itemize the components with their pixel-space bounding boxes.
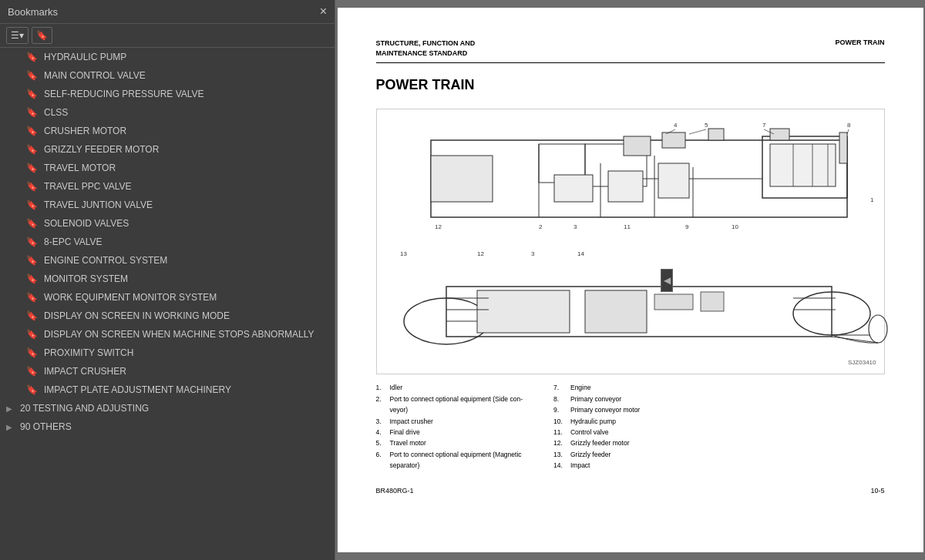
- diagram-reference: SJZ03410: [385, 359, 876, 366]
- bookmark-label: GRIZZLY FEEDER MOTOR: [44, 144, 159, 155]
- svg-rect-17: [658, 163, 689, 198]
- legend-text: Primary conveyor: [570, 394, 621, 404]
- bookmark-icon: 🔖: [26, 52, 38, 62]
- legend-num: 10.: [553, 416, 567, 427]
- svg-text:5: 5: [705, 122, 708, 129]
- legend-item: veyor): [376, 404, 523, 415]
- bookmark-icon: 🔖: [26, 144, 38, 155]
- svg-text:9: 9: [685, 223, 689, 230]
- bookmark-item-solenoid-valves[interactable]: 🔖SOLENOID VALVES: [0, 214, 335, 233]
- legend-item: 2.Port to connect optional equipment (Si…: [376, 394, 523, 404]
- bookmark-item-hydraulic-pump[interactable]: 🔖HYDRAULIC PUMP: [0, 48, 335, 66]
- legend-item: 14.Impact: [553, 460, 640, 471]
- doc-header: STRUCTURE, FUNCTION AND MAINTENANCE STAN…: [376, 39, 885, 63]
- legend-item: 8.Primary conveyor: [553, 394, 640, 404]
- bookmark-icon: 🔖: [26, 347, 38, 358]
- legend-num: [376, 404, 387, 415]
- legend-item: 3.Impact crusher: [376, 416, 523, 427]
- svg-rect-6: [662, 132, 685, 148]
- legend-num: 13.: [553, 449, 567, 460]
- legend-num: 8.: [553, 394, 567, 404]
- legend-text: Impact: [570, 460, 590, 471]
- bookmark-item-clss[interactable]: 🔖CLSS: [0, 103, 335, 122]
- bookmark-icon: 🔖: [26, 366, 38, 377]
- svg-text:8: 8: [847, 122, 851, 129]
- page-title: POWER TRAIN: [376, 77, 885, 93]
- bookmark-icon: 🔖: [26, 329, 38, 340]
- bookmark-icon: 🔖: [26, 89, 38, 99]
- bookmark-label: MAIN CONTROL VALVE: [44, 70, 146, 81]
- bookmark-label: IMPACT PLATE ADJUSTMENT MACHINERY: [44, 384, 231, 395]
- bookmark-icon: 🔖: [26, 255, 38, 266]
- close-button[interactable]: ×: [320, 5, 327, 18]
- bookmark-item-travel-ppc-valve[interactable]: 🔖TRAVEL PPC VALVE: [0, 177, 335, 196]
- bookmark-item-8-epc-valve[interactable]: 🔖8-EPC VALVE: [0, 233, 335, 251]
- bookmark-item-grizzly-feeder-motor[interactable]: 🔖GRIZZLY FEEDER MOTOR: [0, 140, 335, 159]
- legend-text: veyor): [390, 404, 409, 415]
- bookmark-icon: 🔖: [26, 70, 38, 81]
- bookmark-label: SOLENOID VALVES: [44, 218, 129, 229]
- legend-text: Hydraulic pump: [570, 416, 616, 427]
- legend-num: 2.: [376, 394, 387, 404]
- page-content: STRUCTURE, FUNCTION AND MAINTENANCE STAN…: [338, 8, 923, 552]
- bookmark-item-20-testing[interactable]: ▶20 TESTING AND ADJUSTING: [0, 399, 335, 417]
- svg-line-34: [689, 129, 706, 134]
- svg-rect-8: [770, 129, 789, 140]
- view-options-button[interactable]: ☰▾: [6, 27, 29, 44]
- bookmark-item-display-working-mode[interactable]: 🔖DISPLAY ON SCREEN IN WORKING MODE: [0, 307, 335, 325]
- legend-text: Impact crusher: [390, 416, 433, 427]
- bookmark-item-impact-plate[interactable]: 🔖IMPACT PLATE ADJUSTMENT MACHINERY: [0, 381, 335, 399]
- legend-num: 12.: [553, 438, 567, 448]
- bookmark-item-main-control-valve[interactable]: 🔖MAIN CONTROL VALVE: [0, 66, 335, 85]
- bookmark-item-monitor-system[interactable]: 🔖MONITOR SYSTEM: [0, 270, 335, 288]
- expand-arrow-icon: ▶: [6, 423, 14, 431]
- legend-item: separator): [376, 460, 523, 471]
- svg-text:10: 10: [732, 223, 738, 230]
- bookmark-view-button[interactable]: 🔖: [32, 27, 52, 44]
- svg-rect-9: [839, 132, 847, 163]
- svg-text:11: 11: [624, 223, 631, 230]
- legend-col-right: 7.Engine8.Primary conveyor9.Primary conv…: [553, 382, 640, 471]
- legend-text: Grizzly feeder motor: [570, 438, 630, 448]
- legend-text: Engine: [570, 382, 590, 393]
- footer-model: BR480RG-1: [376, 487, 414, 495]
- bookmark-item-90-others[interactable]: ▶90 OTHERS: [0, 417, 335, 436]
- diagram-svg: 4 5 7 8 12 2 3 11 9 10 1: [385, 117, 876, 356]
- expand-arrow-icon: ▶: [6, 404, 14, 413]
- svg-rect-44: [477, 290, 570, 333]
- bookmark-item-self-reducing[interactable]: 🔖SELF-REDUCING PRESSURE VALVE: [0, 85, 335, 103]
- legend-num: 4.: [376, 427, 387, 438]
- bookmark-item-engine-control-system[interactable]: 🔖ENGINE CONTROL SYSTEM: [0, 251, 335, 270]
- bookmark-label: IMPACT CRUSHER: [44, 366, 126, 377]
- legend-item: 9.Primary conveyor motor: [553, 404, 640, 415]
- bookmark-item-impact-crusher[interactable]: 🔖IMPACT CRUSHER: [0, 362, 335, 381]
- bookmark-item-crusher-motor[interactable]: 🔖CRUSHER MOTOR: [0, 122, 335, 140]
- legend-item: 11.Control valve: [553, 427, 640, 438]
- bookmark-label: TRAVEL JUNTION VALVE: [44, 200, 153, 210]
- bookmark-item-display-abnormally[interactable]: 🔖DISPLAY ON SCREEN WHEN MACHINE STOPS AB…: [0, 325, 335, 344]
- bookmark-item-proximity-switch[interactable]: 🔖PROXIMITY SWITCH: [0, 344, 335, 362]
- legend-item: 1.Idler: [376, 382, 523, 393]
- svg-rect-7: [708, 129, 724, 140]
- bookmark-list: 🔖HYDRAULIC PUMP🔖MAIN CONTROL VALVE🔖SELF-…: [0, 48, 335, 560]
- svg-text:12: 12: [477, 250, 484, 257]
- bookmark-icon: 🔖: [26, 310, 38, 321]
- collapse-panel-button[interactable]: ◀: [661, 269, 673, 292]
- bookmark-item-travel-junction-valve[interactable]: 🔖TRAVEL JUNTION VALVE: [0, 196, 335, 214]
- bookmark-label: PROXIMITY SWITCH: [44, 347, 133, 358]
- svg-text:3: 3: [574, 223, 577, 230]
- svg-text:4: 4: [674, 122, 678, 129]
- svg-rect-18: [770, 144, 836, 186]
- svg-text:12: 12: [435, 223, 442, 230]
- legend-num: 3.: [376, 416, 387, 427]
- bookmark-item-work-equipment-monitor[interactable]: 🔖WORK EQUIPMENT MONITOR SYSTEM: [0, 288, 335, 307]
- legend-num: 1.: [376, 382, 387, 393]
- bookmark-icon: 🔖: [26, 200, 38, 210]
- legend-num: 11.: [553, 427, 567, 438]
- bookmark-icon: 🔖: [26, 181, 38, 192]
- bookmark-item-travel-motor[interactable]: 🔖TRAVEL MOTOR: [0, 159, 335, 177]
- legend-text: Port to connect optional equipment (Side…: [390, 394, 523, 404]
- bookmark-icon: 🔖: [26, 218, 38, 229]
- bookmark-label: WORK EQUIPMENT MONITOR SYSTEM: [44, 292, 217, 303]
- legend-item: 10.Hydraulic pump: [553, 416, 640, 427]
